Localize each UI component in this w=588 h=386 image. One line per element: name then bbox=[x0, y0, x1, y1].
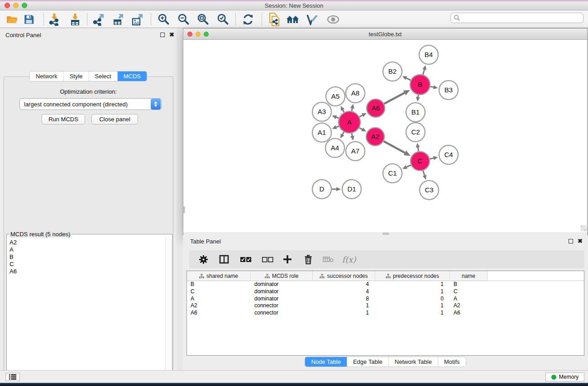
edge-A-A4[interactable] bbox=[343, 132, 344, 135]
export-network-icon[interactable] bbox=[91, 12, 107, 27]
column-header-shared-name[interactable]: shared name bbox=[187, 271, 251, 281]
table-row[interactable]: Adominator80A bbox=[187, 295, 584, 303]
window-resize-grip[interactable] bbox=[581, 225, 587, 231]
table-panel: Table Panel ✖ f(x) shared nameMCDS roles… bbox=[183, 235, 588, 370]
float-table-panel-icon[interactable] bbox=[569, 239, 573, 243]
close-table-panel-icon[interactable]: ✖ bbox=[578, 239, 583, 243]
edge-C-C3[interactable] bbox=[423, 171, 425, 176]
network-from-selection-icon[interactable] bbox=[266, 12, 282, 27]
tab-edge-table[interactable]: Edge Table bbox=[347, 357, 388, 367]
edge-A-A7[interactable] bbox=[352, 133, 352, 136]
edge-A-A5[interactable] bbox=[343, 110, 344, 112]
network-horizontal-scrollbar-thumb[interactable] bbox=[382, 233, 389, 235]
network-horizontal-scrollbar[interactable] bbox=[183, 232, 587, 235]
zoom-out-icon[interactable] bbox=[175, 12, 191, 27]
export-image-icon[interactable] bbox=[129, 12, 146, 27]
save-session-icon[interactable] bbox=[21, 12, 37, 27]
edge-arrowhead bbox=[416, 97, 420, 102]
edge-A6-B[interactable] bbox=[384, 93, 405, 104]
create-new-column-icon[interactable] bbox=[279, 255, 296, 264]
tab-style[interactable]: Style bbox=[63, 71, 89, 81]
tab-network[interactable]: Network bbox=[30, 71, 63, 81]
table-row[interactable]: A2connector11A2 bbox=[187, 302, 584, 310]
close-panel-icon[interactable]: ✖ bbox=[169, 33, 174, 37]
task-history-button[interactable] bbox=[5, 373, 20, 381]
select-stepper-icon bbox=[151, 99, 161, 110]
vizmapper-icon[interactable] bbox=[304, 12, 320, 27]
column-header-name[interactable]: name bbox=[450, 271, 488, 281]
table-row[interactable]: A6connector11A6 bbox=[187, 310, 584, 317]
network-zoom-button[interactable] bbox=[204, 32, 209, 37]
zoom-window-button[interactable] bbox=[22, 3, 27, 8]
edge-B-B2[interactable] bbox=[406, 78, 411, 81]
open-session-icon[interactable] bbox=[4, 12, 20, 27]
column-header-MCDS-role[interactable]: MCDS role bbox=[251, 271, 313, 281]
close-window-button[interactable] bbox=[5, 3, 10, 8]
select-all-columns-icon[interactable] bbox=[237, 257, 254, 262]
network-canvas[interactable]: B4B2BB3A8A5A6A3B1AA1C2A2A4A7C4CC1C3DD1 bbox=[183, 40, 587, 232]
edge-A-A3[interactable] bbox=[336, 117, 339, 118]
edge-A-A2[interactable] bbox=[359, 128, 362, 129]
memory-button[interactable]: Memory bbox=[545, 372, 584, 381]
column-header-successor-nodes[interactable]: successor nodes bbox=[313, 271, 375, 281]
graph-node-label: A3 bbox=[318, 108, 326, 115]
graph-node-label: A2 bbox=[371, 133, 379, 140]
table-row[interactable]: Cdominator41C bbox=[187, 288, 584, 295]
optimization-criterion-select[interactable]: largest connected component (directed) bbox=[19, 98, 162, 110]
memory-status-dot bbox=[551, 375, 556, 380]
network-window-titlebar[interactable]: testGlobe.txt bbox=[183, 29, 587, 40]
delete-columns-icon[interactable] bbox=[300, 255, 317, 264]
tab-node-table[interactable]: Node Table bbox=[305, 357, 347, 367]
tab-network-table[interactable]: Network Table bbox=[388, 357, 438, 367]
control-panel-title: Control Panel bbox=[5, 32, 41, 38]
result-item[interactable]: C bbox=[10, 261, 165, 268]
show-graphics-details-icon[interactable] bbox=[325, 12, 341, 27]
result-item[interactable]: A bbox=[10, 246, 165, 253]
close-panel-button[interactable]: Close panel bbox=[91, 114, 138, 124]
result-item[interactable]: A2 bbox=[10, 239, 165, 246]
edge-C-C4[interactable] bbox=[430, 158, 433, 159]
edge-A2-C[interactable] bbox=[383, 141, 405, 153]
optimization-criterion-value: largest connected component (directed) bbox=[20, 101, 151, 108]
deselect-all-columns-icon[interactable] bbox=[259, 257, 276, 262]
edge-C-C2[interactable] bbox=[418, 148, 418, 152]
result-item[interactable]: A6 bbox=[10, 268, 165, 275]
tab-select[interactable]: Select bbox=[89, 71, 117, 81]
mcds-result-scrollbar[interactable] bbox=[165, 238, 172, 386]
edge-A-A6[interactable] bbox=[359, 115, 363, 117]
show-column-icon[interactable] bbox=[215, 255, 233, 264]
table-row[interactable]: Bdominator41B bbox=[187, 281, 584, 288]
network-close-button[interactable] bbox=[187, 32, 192, 37]
import-table-icon[interactable] bbox=[67, 12, 83, 27]
run-mcds-button[interactable]: Run MCDS bbox=[42, 114, 85, 124]
tab-mcds[interactable]: MCDS bbox=[117, 71, 147, 81]
float-panel-icon[interactable] bbox=[160, 33, 165, 37]
network-vertical-scrollbar-thumb[interactable] bbox=[183, 206, 185, 213]
export-table-icon[interactable] bbox=[110, 12, 126, 27]
edge-A-A8[interactable] bbox=[352, 108, 352, 111]
search-field[interactable] bbox=[450, 13, 583, 23]
edge-A-A1[interactable] bbox=[336, 126, 339, 127]
network-minimize-button[interactable] bbox=[196, 32, 201, 37]
edge-B-B4[interactable] bbox=[423, 70, 424, 75]
mcds-result-list: A2ABCA6 bbox=[7, 238, 165, 386]
search-input[interactable] bbox=[460, 15, 583, 21]
result-item[interactable]: B bbox=[10, 253, 165, 261]
tab-motifs[interactable]: Motifs bbox=[438, 357, 466, 367]
edge-arrowhead bbox=[433, 85, 438, 89]
minimize-window-button[interactable] bbox=[13, 3, 19, 8]
edge-B-B3[interactable] bbox=[430, 86, 434, 87]
zoom-fit-icon[interactable] bbox=[195, 12, 211, 27]
import-network-icon[interactable] bbox=[46, 12, 62, 27]
home-icon[interactable] bbox=[285, 12, 301, 27]
edge-B-B1[interactable] bbox=[418, 95, 419, 97]
zoom-selected-icon[interactable] bbox=[215, 12, 231, 27]
zoom-in-icon[interactable] bbox=[155, 12, 172, 27]
apply-layout-icon[interactable] bbox=[240, 12, 256, 27]
table-options-gear-icon[interactable] bbox=[195, 255, 212, 264]
table-header-row: shared nameMCDS rolesuccessor nodesprede… bbox=[187, 271, 584, 281]
graph-node-label: B bbox=[418, 81, 422, 88]
edge-C-C1[interactable] bbox=[406, 165, 411, 167]
graph-node-label: A1 bbox=[318, 129, 326, 136]
column-header-predecessor-nodes[interactable]: predecessor nodes bbox=[375, 271, 450, 281]
